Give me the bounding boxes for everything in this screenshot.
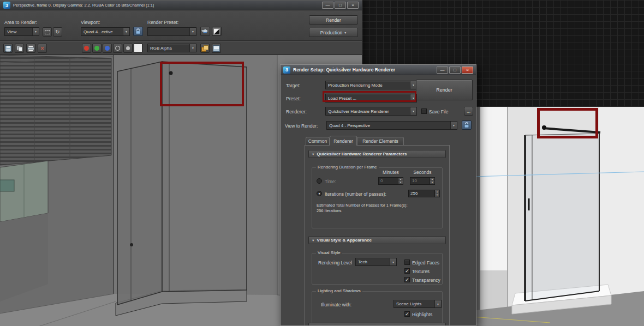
edged-faces-checkbox[interactable]: [404, 259, 410, 265]
time-seconds-field[interactable]: 10 ▲ ▼: [410, 177, 435, 185]
tab-renderer[interactable]: Renderer: [330, 136, 357, 146]
target-select[interactable]: Production Rendering Mode ▼: [325, 81, 417, 89]
blue-channel-button[interactable]: [103, 44, 112, 53]
render-button[interactable]: Render: [309, 15, 358, 25]
rendering-level-select[interactable]: Tech ▼: [355, 258, 397, 266]
highlight-box-left: [160, 62, 244, 106]
minimize-button[interactable]: —: [322, 2, 333, 9]
layers-icon: [201, 45, 208, 52]
window-blinds: [0, 55, 111, 165]
browse-button[interactable]: ...: [464, 107, 473, 116]
spinner[interactable]: ▲ ▼: [430, 178, 434, 184]
green-channel-icon: [94, 46, 99, 51]
alpha-channel-button[interactable]: [113, 44, 122, 53]
iterations-label: Iterations (number of passes):: [325, 191, 386, 197]
shaded-viewport: [473, 107, 644, 326]
red-channel-icon: [84, 46, 89, 51]
window-button[interactable]: [212, 44, 221, 53]
render-setup-dialog: 3 Render Setup: Quicksilver Hardware Ren…: [280, 64, 476, 326]
save-file-label: Save File: [429, 109, 448, 114]
renderer-select[interactable]: Quicksilver Hardware Renderer ▼: [325, 107, 417, 116]
preset-label: Preset:: [286, 96, 301, 101]
print-image-button[interactable]: [26, 44, 35, 53]
rollout-visual-style[interactable]: ▼ Visual Style & Appearance: [308, 236, 446, 244]
copy-image-button[interactable]: [15, 44, 24, 53]
rollout-lighting-shadow-quality[interactable]: ▼ Lighting and Shadow Qu: [308, 323, 446, 326]
rendering-level-value: Tech: [358, 259, 389, 264]
chevron-down-icon: ▼: [123, 28, 129, 35]
view-lock-button[interactable]: [462, 120, 472, 130]
auto-region-button[interactable]: ↻: [53, 27, 62, 37]
maximize-button[interactable]: □: [449, 67, 461, 74]
channel-display-select[interactable]: RGB Alpha ▼: [147, 44, 196, 52]
chevron-down-icon: ▼: [344, 31, 347, 34]
duration-group: Rendering Duration per Frame Minutes Sec…: [312, 167, 443, 228]
spin-down-icon[interactable]: ▼: [435, 194, 439, 197]
illuminate-with-select[interactable]: Scene Lights ▼: [393, 300, 442, 308]
production-mode-button[interactable]: Production ▼: [309, 28, 358, 37]
tab-render-elements[interactable]: Render Elements: [357, 137, 404, 145]
viewport-lock-button[interactable]: [133, 27, 143, 36]
minimize-button[interactable]: —: [437, 67, 448, 74]
highlights-label: Highlights: [412, 312, 432, 317]
clear-button[interactable]: ×: [38, 44, 47, 53]
estimate-line-2: 256 Iterations: [317, 208, 341, 213]
close-button[interactable]: ×: [462, 67, 473, 74]
target-value: Production Rendering Mode: [328, 83, 409, 88]
time-minutes-value: 0: [379, 178, 398, 184]
area-to-render-value: View: [7, 29, 31, 34]
background-color-swatch[interactable]: [134, 44, 142, 52]
layers-button[interactable]: [200, 44, 210, 53]
chevron-down-icon: ▼: [410, 107, 416, 115]
view-to-render-select[interactable]: Quad 4 - Perspective ▼: [326, 121, 457, 130]
illuminate-with-label: Illuminate with:: [321, 302, 351, 307]
maximize-button[interactable]: □: [335, 2, 346, 9]
teapot-icon: [201, 28, 209, 34]
edit-region-icon: [45, 30, 50, 34]
highlights-checkbox[interactable]: ✓: [404, 311, 410, 317]
close-button[interactable]: ×: [347, 2, 359, 9]
edit-region-button[interactable]: [43, 27, 52, 37]
render-button[interactable]: Render: [416, 80, 473, 100]
green-channel-button[interactable]: [92, 44, 102, 53]
transparency-checkbox[interactable]: ✓: [404, 277, 410, 282]
red-channel-button[interactable]: [82, 44, 91, 53]
spin-down-icon[interactable]: ▼: [398, 181, 403, 184]
renderer-tab-panel: ▼ Quicksilver Hardware Renderer Paramete…: [305, 145, 450, 326]
rollout-quicksilver-parameters[interactable]: ▼ Quicksilver Hardware Renderer Paramete…: [308, 150, 446, 158]
dialog-titlebar[interactable]: 3 Render Setup: Quicksilver Hardware Ren…: [281, 65, 476, 75]
minutes-label: Minutes: [377, 170, 404, 175]
viewport-select[interactable]: Quad 4...ective ▼: [81, 27, 130, 36]
frame-window-titlebar[interactable]: 3 Perspective, frame 0, Display Gamma: 2…: [0, 1, 362, 10]
monochrome-button[interactable]: [123, 44, 133, 53]
tab-common[interactable]: Common: [306, 137, 330, 145]
textures-label: Textures: [412, 269, 430, 274]
time-minutes-field[interactable]: 0 ▲ ▼: [378, 177, 403, 185]
copy-icon: [16, 45, 23, 52]
chevron-down-icon: ▼: [312, 153, 314, 156]
spinner[interactable]: ▲ ▼: [434, 190, 439, 197]
spin-down-icon[interactable]: ▼: [430, 181, 434, 184]
chevron-down-icon: ▼: [312, 239, 314, 242]
auto-region-icon: ↻: [55, 29, 59, 35]
duration-group-label: Rendering Duration per Frame: [316, 165, 379, 170]
desktop: 3 Perspective, frame 0, Display Gamma: 2…: [0, 0, 644, 326]
save-file-checkbox[interactable]: [421, 108, 427, 114]
render-setup-button[interactable]: [200, 27, 210, 36]
time-label: Time:: [325, 179, 336, 184]
lighting-shadows-group-label: Lighting and Shadows: [316, 288, 362, 293]
spinner[interactable]: ▲ ▼: [398, 178, 403, 184]
chevron-down-icon: ▼: [434, 300, 441, 307]
save-image-button[interactable]: [3, 44, 13, 53]
save-icon: [5, 45, 11, 52]
textures-checkbox[interactable]: ✓: [404, 268, 410, 274]
iterations-radio[interactable]: ●: [317, 191, 322, 196]
area-to-render-select[interactable]: View ▼: [4, 27, 39, 36]
gamma-button[interactable]: [212, 27, 222, 36]
iterations-value: 256: [409, 190, 434, 197]
time-radio[interactable]: [317, 178, 322, 184]
rendering-level-label: Rendering Level: [318, 260, 352, 265]
iterations-field[interactable]: 256 ▲ ▼: [408, 190, 440, 197]
production-mode-label: Production: [320, 30, 343, 35]
render-preset-select[interactable]: ▼: [147, 27, 196, 36]
